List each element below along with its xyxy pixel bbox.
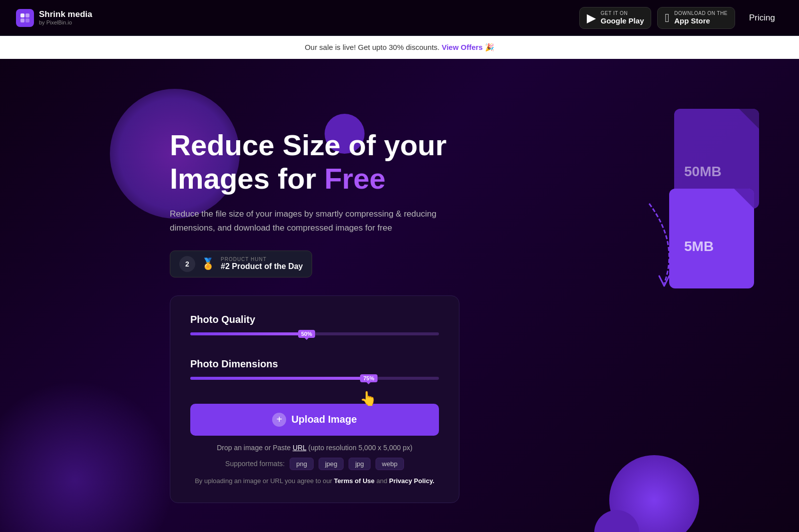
hero-subtitle: Reduce the file size of your images by s… [170, 207, 459, 234]
svg-rect-1 [25, 13, 29, 17]
upload-image-button[interactable]: + Upload Image [190, 404, 439, 436]
compression-arrow-icon [634, 194, 694, 293]
logo[interactable]: Shrink media by PixelBin.io [16, 9, 92, 27]
google-play-icon: ▶ [587, 11, 596, 25]
terms-text: By uploading an image or URL you agree t… [190, 477, 439, 485]
hero-title-line1: Reduce Size of your [170, 129, 446, 161]
hero-content: Reduce Size of your Images for Free Redu… [170, 129, 459, 503]
app-store-button[interactable]:  Download on the App Store [657, 7, 735, 29]
logo-icon [16, 9, 34, 27]
announcement-emoji: 🎉 [485, 43, 494, 51]
ph-badge-number: 2 [179, 256, 195, 272]
file-illustration: 50MB 5MB [659, 109, 759, 219]
format-jpeg: jpeg [319, 458, 344, 470]
announcement-cta[interactable]: View Offers [441, 43, 482, 51]
plus-icon: + [272, 413, 286, 427]
upload-button-label: Upload Image [291, 414, 357, 425]
drop-text: Drop an image or Paste URL (upto resolut… [190, 444, 439, 452]
nav-right: ▶ GET IT ON Google Play  Download on th… [579, 7, 783, 29]
product-hunt-badge[interactable]: 2 🏅 PRODUCT HUNT #2 Product of the Day [170, 251, 312, 277]
pricing-button[interactable]: Pricing [741, 9, 783, 27]
logo-text: Shrink media by PixelBin.io [39, 10, 92, 25]
quality-label: Photo Quality [190, 314, 439, 325]
privacy-policy-link[interactable]: Privacy Policy. [389, 477, 434, 485]
hero-title-line2: Images for Free [170, 162, 386, 195]
svg-rect-0 [20, 13, 24, 17]
ph-label: PRODUCT HUNT [221, 257, 303, 262]
dimensions-slider-fill: 75% [190, 377, 377, 380]
paste-url-link[interactable]: URL [293, 444, 307, 452]
ph-text: PRODUCT HUNT #2 Product of the Day [221, 257, 303, 271]
ph-medal-icon: 🏅 [201, 258, 215, 270]
file-before-label: 50MB [684, 164, 722, 180]
svg-rect-2 [20, 18, 24, 22]
formats-row: Supported formats: png jpeg jpg webp [190, 458, 439, 470]
svg-rect-3 [25, 18, 29, 22]
dimensions-label: Photo Dimensions [190, 358, 439, 370]
quality-slider-track: 50% [190, 332, 439, 335]
announcement-bar: Our sale is live! Get upto 30% discounts… [0, 36, 799, 59]
google-play-text: GET IT ON Google Play [601, 10, 644, 25]
google-play-button[interactable]: ▶ GET IT ON Google Play [579, 7, 652, 29]
formats-label: Supported formats: [225, 460, 285, 468]
hero-title-free: Free [324, 162, 386, 195]
dimensions-slider-container: Photo Dimensions 75% 👆 [190, 358, 439, 389]
announcement-text: Our sale is live! Get upto 30% discounts… [305, 43, 439, 51]
bg-glow-left [0, 380, 175, 532]
apple-icon:  [665, 11, 669, 25]
logo-subtitle: by PixelBin.io [39, 19, 92, 25]
format-webp: webp [376, 458, 404, 470]
app-store-text: Download on the App Store [674, 10, 728, 25]
quality-slider-fill: 50% [190, 332, 315, 335]
format-png: png [290, 458, 314, 470]
terms-of-use-link[interactable]: Terms of Use [334, 477, 375, 485]
hero-section: 50MB 5MB Reduce Size of your Images for … [0, 59, 799, 532]
format-jpg: jpg [349, 458, 370, 470]
logo-title: Shrink media [39, 10, 92, 19]
upload-card: Photo Quality 50% Photo Dimensions 75% [170, 295, 459, 503]
navbar: Shrink media by PixelBin.io ▶ GET IT ON … [0, 0, 799, 36]
quality-slider-container: Photo Quality 50% [190, 314, 439, 344]
hero-title: Reduce Size of your Images for Free [170, 129, 459, 195]
cursor-hand-icon: 👆 [360, 390, 377, 407]
dimensions-slider-track: 75% [190, 377, 439, 380]
ph-title: #2 Product of the Day [221, 262, 303, 271]
